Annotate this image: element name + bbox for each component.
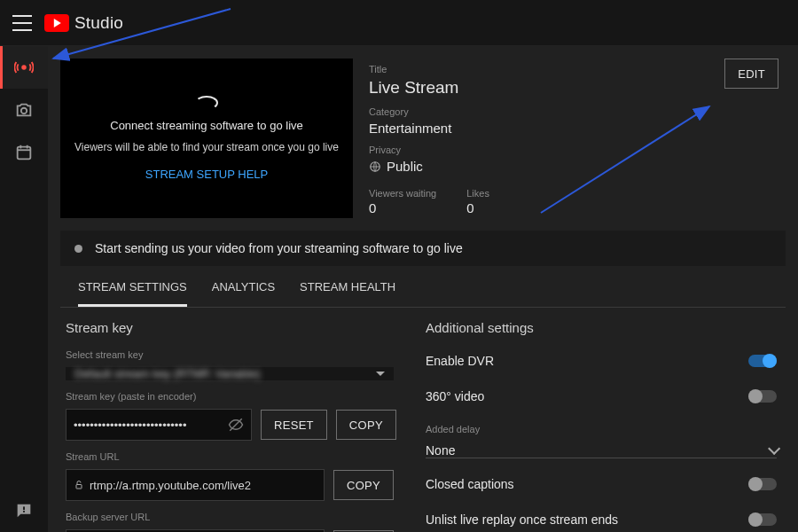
url-field-label: Stream URL	[66, 451, 394, 462]
privacy-label: Privacy	[369, 145, 707, 155]
copy-url-button[interactable]: COPY	[333, 470, 394, 500]
caret-down-icon	[376, 372, 385, 376]
banner-text: Start sending us your video from your st…	[95, 241, 463, 255]
youtube-icon	[44, 14, 69, 32]
delay-value: None	[426, 443, 455, 458]
globe-icon	[369, 160, 381, 173]
title-label: Title	[369, 64, 707, 74]
sidebar-item-manage[interactable]	[0, 131, 48, 174]
category-label: Category	[369, 106, 707, 117]
stream-url-input[interactable]	[90, 479, 317, 492]
likes-label: Likes	[466, 188, 489, 199]
loading-spinner-icon	[195, 96, 218, 110]
svg-rect-10	[76, 485, 82, 489]
likes-value: 0	[466, 200, 489, 215]
svg-point-0	[21, 65, 27, 70]
svg-rect-6	[23, 506, 25, 510]
preview-line1: Connect streaming software to go live	[110, 119, 303, 132]
calendar-icon	[14, 143, 34, 162]
viewers-value: 0	[369, 200, 436, 215]
stream-setup-help-link[interactable]: STREAM SETUP HELP	[145, 168, 268, 181]
stream-key-input[interactable]	[74, 419, 223, 432]
camera-icon	[14, 100, 34, 120]
captions-label: Closed captions	[426, 477, 514, 491]
brand-text: Studio	[74, 13, 123, 33]
feedback-icon	[14, 501, 34, 520]
menu-icon[interactable]	[12, 15, 32, 31]
delay-dropdown[interactable]: None	[426, 443, 777, 458]
additional-settings-title: Additional settings	[426, 320, 777, 335]
lock-open-icon	[74, 480, 84, 490]
backup-url-label: Backup server URL	[66, 512, 394, 522]
viewers-label: Viewers waiting	[369, 188, 436, 199]
delay-label: Added delay	[426, 424, 777, 434]
tab-stream-health[interactable]: STREAM HEALTH	[300, 280, 395, 307]
svg-rect-7	[23, 511, 25, 512]
sidebar-item-camera[interactable]	[0, 89, 48, 131]
status-banner: Start sending us your video from your st…	[60, 231, 786, 266]
status-dot-icon	[74, 245, 82, 253]
sidebar-item-feedback[interactable]	[0, 489, 48, 532]
visibility-off-icon[interactable]	[228, 417, 244, 433]
select-key-label: Select stream key	[66, 349, 394, 360]
sidebar-item-stream[interactable]	[0, 46, 48, 89]
dvr-label: Enable DVR	[426, 354, 494, 368]
reset-button[interactable]: RESET	[261, 410, 327, 440]
360-label: 360° video	[426, 389, 484, 403]
brand-logo[interactable]: Studio	[44, 13, 123, 33]
unlist-toggle[interactable]	[748, 513, 777, 526]
dvr-toggle[interactable]	[748, 355, 777, 367]
copy-key-button[interactable]: COPY	[336, 410, 396, 440]
chevron-down-icon	[768, 442, 780, 455]
svg-point-1	[21, 108, 27, 113]
privacy-value: Public	[387, 159, 423, 174]
svg-rect-2	[18, 147, 31, 160]
title-value: Live Stream	[369, 78, 707, 98]
edit-button[interactable]: EDIT	[724, 59, 778, 89]
stream-key-select[interactable]: Default stream key (RTMP, Variable)	[66, 367, 394, 380]
unlist-label: Unlist live replay once stream ends	[426, 512, 618, 527]
360-toggle[interactable]	[748, 390, 777, 403]
stream-key-select-value: Default stream key (RTMP, Variable)	[74, 367, 261, 380]
stream-preview: Connect streaming software to go live Vi…	[60, 59, 353, 218]
key-field-label: Stream key (paste in encoder)	[66, 391, 394, 402]
captions-toggle[interactable]	[748, 478, 777, 490]
tab-analytics[interactable]: ANALYTICS	[212, 280, 275, 307]
tab-stream-settings[interactable]: STREAM SETTINGS	[78, 280, 187, 307]
preview-line2: Viewers will be able to find your stream…	[74, 141, 339, 153]
broadcast-icon	[14, 58, 34, 77]
stream-key-section-title: Stream key	[66, 320, 394, 335]
category-value: Entertainment	[369, 121, 707, 136]
